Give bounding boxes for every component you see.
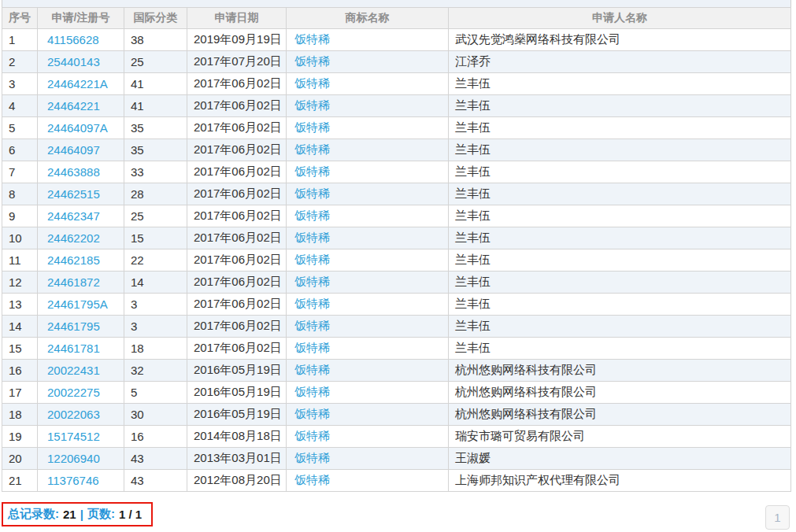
trademark-name-link[interactable]: 饭特稀	[294, 297, 330, 310]
registration-number-link[interactable]: 20022063	[47, 408, 100, 421]
intl-class-cell: 41	[124, 95, 187, 117]
date-value: 2017年06月02日	[194, 187, 282, 200]
trademark-name-link[interactable]: 饭特稀	[294, 319, 330, 332]
registration-number-link[interactable]: 41156628	[47, 33, 99, 46]
trademark-name-link[interactable]: 饭特稀	[294, 98, 330, 112]
registration-number-link[interactable]: 20022275	[47, 386, 100, 399]
trademark-name-link[interactable]: 饭特稀	[294, 275, 330, 288]
trademark-name-link[interactable]: 饭特稀	[294, 209, 330, 222]
reg-no-cell: 25440143	[38, 51, 124, 73]
date-value: 2017年06月02日	[194, 319, 282, 332]
registration-number-link[interactable]: 24461781	[47, 342, 100, 355]
intl-class-value: 18	[131, 342, 144, 355]
registration-number-link[interactable]: 24461795	[47, 320, 100, 333]
trademark-name-link[interactable]: 饭特稀	[294, 429, 330, 442]
reg-no-cell: 24462347	[38, 205, 124, 227]
applicant-cell: 兰丰伍	[449, 95, 791, 117]
trademark-name-link[interactable]: 饭特稀	[294, 76, 330, 90]
date-value: 2012年08月20日	[194, 473, 282, 486]
seq-cell: 6	[2, 139, 38, 161]
total-records-label: 总记录数:	[8, 507, 59, 522]
intl-class-value: 38	[131, 33, 144, 46]
applicant-name: 杭州悠购网络科技有限公司	[455, 385, 597, 398]
registration-number-link[interactable]: 24461795A	[47, 297, 108, 311]
date-cell: 2014年08月18日	[187, 426, 287, 448]
table-row: 10 24462202 15 2017年06月02日 饭特稀 兰丰伍	[2, 227, 791, 249]
registration-number-link[interactable]: 24464221	[47, 99, 100, 113]
trademark-name-link[interactable]: 饭特稀	[294, 363, 330, 376]
applicant-cell: 杭州悠购网络科技有限公司	[449, 404, 791, 426]
intl-class-value: 30	[131, 408, 144, 421]
trademark-name-link[interactable]: 饭特稀	[294, 385, 330, 398]
seq-cell: 13	[2, 294, 38, 316]
trademark-name-link[interactable]: 饭特稀	[294, 473, 330, 486]
intl-class-value: 28	[131, 187, 144, 201]
registration-number-link[interactable]: 24464221A	[47, 77, 108, 91]
applicant-cell: 兰丰伍	[449, 227, 791, 249]
registration-number-link[interactable]: 24462515	[47, 187, 100, 201]
mark-cell: 饭特稀	[287, 294, 449, 316]
trademark-name-link[interactable]: 饭特稀	[294, 164, 330, 178]
page-count-label: 页数:	[87, 507, 115, 522]
registration-number-link[interactable]: 24464097	[47, 143, 100, 157]
applicant-cell: 兰丰伍	[449, 316, 791, 338]
registration-number-link[interactable]: 24464097A	[47, 121, 108, 135]
applicant-name: 兰丰伍	[455, 297, 491, 310]
intl-class-value: 25	[131, 55, 144, 68]
trademark-name-link[interactable]: 饭特稀	[294, 54, 330, 68]
registration-number-link[interactable]: 15174512	[47, 430, 100, 443]
date-value: 2017年06月02日	[194, 120, 282, 134]
registration-number-link[interactable]: 24463888	[47, 165, 100, 179]
registration-number-link[interactable]: 20022431	[47, 364, 100, 377]
column-header-reg-no: 申请/注册号	[38, 8, 124, 29]
table-row: 9 24462347 25 2017年06月02日 饭特稀 兰丰伍	[2, 205, 791, 227]
intl-class-value: 33	[131, 165, 144, 179]
registration-number-link[interactable]: 24462185	[47, 253, 100, 267]
trademark-name-link[interactable]: 饭特稀	[294, 407, 330, 420]
seq-cell: 11	[2, 249, 38, 272]
trademark-name-link[interactable]: 饭特稀	[294, 142, 330, 156]
intl-class-cell: 3	[124, 316, 187, 338]
date-value: 2017年06月02日	[194, 297, 282, 310]
reg-no-cell: 24464221	[38, 95, 124, 117]
registration-number-link[interactable]: 24462202	[47, 231, 100, 245]
applicant-cell: 兰丰伍	[449, 183, 791, 205]
seq-value: 15	[9, 342, 22, 355]
applicant-name: 杭州悠购网络科技有限公司	[455, 363, 597, 376]
reg-no-cell: 24461795A	[38, 294, 124, 316]
table-row: 19 15174512 16 2014年08月18日 饭特稀 瑞安市璐可贸易有限…	[2, 426, 791, 448]
seq-cell: 2	[2, 51, 38, 73]
registration-number-link[interactable]: 11376746	[47, 474, 99, 487]
trademark-name-link[interactable]: 饭特稀	[294, 187, 330, 200]
reg-no-cell: 24464221A	[38, 73, 124, 95]
trademark-name-link[interactable]: 饭特稀	[294, 231, 330, 244]
trademark-search-results-page: 序号 申请/注册号 国际分类 申请日期 商标名称 申请人名称 1 4115662…	[0, 0, 796, 532]
registration-number-link[interactable]: 25440143	[47, 55, 100, 68]
seq-cell: 12	[2, 272, 38, 294]
registration-number-link[interactable]: 24462347	[47, 209, 100, 223]
trademark-name-link[interactable]: 饭特稀	[294, 451, 330, 464]
date-cell: 2017年06月02日	[187, 249, 287, 272]
registration-number-link[interactable]: 12206940	[47, 452, 100, 465]
date-value: 2016年05月19日	[194, 385, 282, 398]
trademark-name-link[interactable]: 饭特稀	[294, 341, 330, 354]
reg-no-cell: 24462202	[38, 227, 124, 249]
trademark-name-link[interactable]: 饭特稀	[294, 253, 330, 266]
trademark-name-link[interactable]: 饭特稀	[294, 32, 330, 46]
mark-cell: 饭特稀	[287, 338, 449, 360]
reg-no-cell: 24461795	[38, 316, 124, 338]
intl-class-value: 43	[131, 452, 144, 465]
table-row: 20 12206940 43 2013年03月01日 饭特稀 王淑媛	[2, 448, 791, 470]
table-row: 5 24464097A 35 2017年06月02日 饭特稀 兰丰伍	[2, 117, 791, 139]
mark-cell: 饭特稀	[287, 404, 449, 426]
seq-value: 3	[9, 77, 15, 91]
column-header-intl-class: 国际分类	[124, 8, 187, 29]
page-1-button[interactable]: 1	[765, 505, 790, 530]
trademark-name-link[interactable]: 饭特稀	[294, 120, 330, 134]
date-value: 2016年05月19日	[194, 363, 282, 376]
registration-number-link[interactable]: 24461872	[47, 275, 100, 289]
table-row: 12 24461872 14 2017年06月02日 饭特稀 兰丰伍	[2, 272, 791, 294]
date-cell: 2017年06月02日	[187, 205, 287, 227]
intl-class-cell: 5	[124, 382, 187, 404]
reg-no-cell: 12206940	[38, 448, 124, 470]
